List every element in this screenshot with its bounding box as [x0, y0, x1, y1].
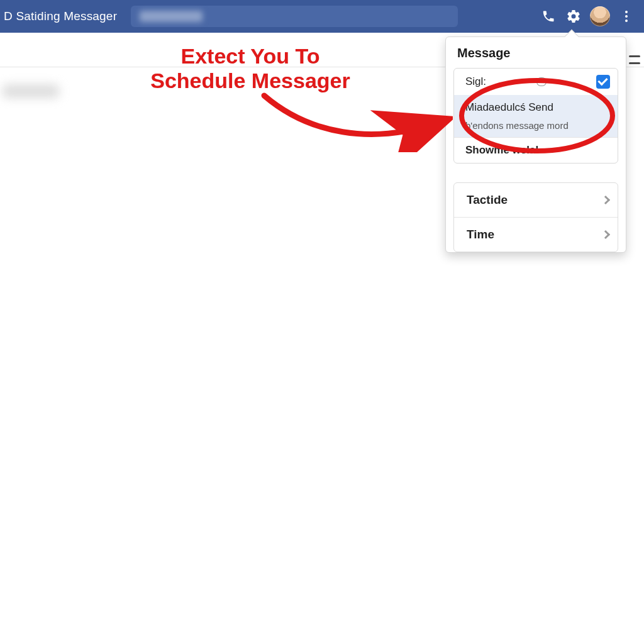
sigl-label: Sigl: [465, 75, 486, 88]
search-input[interactable] [131, 6, 458, 27]
app-title: D Satiding Messager [4, 9, 117, 23]
scheduled-send-row[interactable]: Miadaedulcś Send [454, 95, 618, 120]
showme-row[interactable]: Showme welal [454, 137, 618, 163]
chevron-right-icon [601, 230, 610, 239]
page-body: Message Sigl: Miadaedulcś Send b'endons … [0, 33, 644, 644]
gear-icon[interactable] [561, 4, 586, 29]
scheduled-send-sub-row: b'endons message mord [454, 120, 618, 137]
tactide-label: Tactide [467, 193, 508, 207]
tactide-row[interactable]: Tactide [454, 183, 618, 217]
bubble-icon [536, 77, 547, 86]
showme-label: Showme welal [465, 144, 538, 157]
scheduled-send-label: Miadaedulcś Send [465, 101, 553, 114]
sigl-row[interactable]: Sigl: [454, 69, 618, 95]
avatar[interactable] [590, 6, 610, 26]
search-blur [140, 11, 203, 22]
panel-header: Message [446, 37, 626, 68]
settings-panel: Message Sigl: Miadaedulcś Send b'endons … [445, 36, 626, 253]
blurred-content [3, 84, 59, 98]
more-icon[interactable] [614, 4, 639, 29]
annotation-text: Extect You To Schedule Messager [131, 44, 370, 93]
scheduled-send-sub-label: b'endons message mord [465, 120, 569, 131]
chevron-right-icon [601, 196, 610, 204]
phone-icon[interactable] [536, 4, 561, 29]
time-label: Time [467, 228, 494, 242]
time-row[interactable]: Time [454, 217, 618, 252]
top-bar: D Satiding Messager [0, 0, 644, 33]
annotation-arrow [258, 83, 453, 152]
lower-list: Tactide Time [453, 182, 618, 252]
hamburger-hint [629, 55, 640, 64]
sigl-checkbox[interactable] [596, 75, 610, 89]
message-card: Sigl: Miadaedulcś Send b'endons message … [453, 68, 618, 164]
